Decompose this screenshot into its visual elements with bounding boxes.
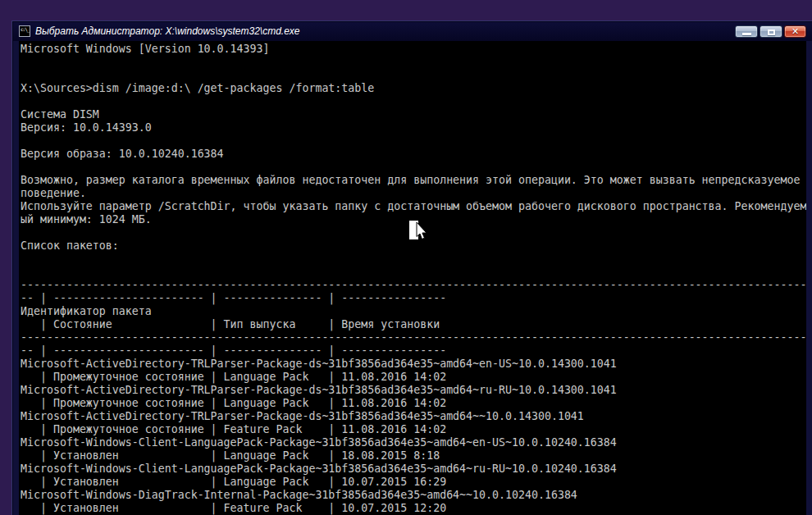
close-button[interactable]: ✕ — [784, 25, 806, 38]
window-title: Выбрать Администратор: X:\windows\system… — [35, 22, 300, 41]
title-bar[interactable]: c:\_ Выбрать Администратор: X:\windows\s… — [13, 22, 812, 41]
console-area[interactable]: Microsoft Windows [Version 10.0.14393] X… — [19, 41, 806, 515]
console-output[interactable]: Microsoft Windows [Version 10.0.14393] X… — [19, 41, 806, 515]
minimize-icon — [742, 33, 751, 35]
cmd-icon: c:\_ — [19, 25, 30, 37]
cmd-icon-prompt: c:\_ — [20, 26, 30, 32]
desktop: { "window": { "title": "Выбрать Админист… — [0, 0, 812, 515]
window-controls: ✕ — [735, 25, 806, 38]
cmd-window: c:\_ Выбрать Администратор: X:\windows\s… — [11, 21, 812, 515]
maximize-button[interactable] — [760, 25, 782, 38]
maximize-icon — [768, 30, 775, 35]
close-icon: ✕ — [785, 26, 805, 37]
mouse-cursor-icon — [416, 222, 428, 244]
minimize-button[interactable] — [735, 25, 758, 38]
